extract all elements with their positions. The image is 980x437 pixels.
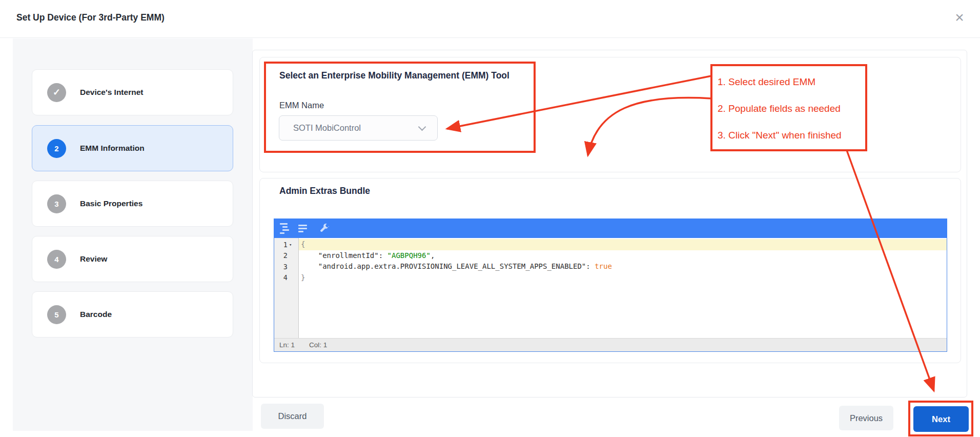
- setup-device-dialog: Set Up Device (For 3rd-Party EMM) × ✓ De…: [0, 0, 980, 437]
- code-line-4: }: [299, 272, 947, 284]
- dialog-title: Set Up Device (For 3rd-Party EMM): [16, 12, 165, 23]
- editor-status-bar: Ln: 1 Col: 1: [274, 338, 947, 351]
- editor-gutter: 1▾ 2 3 4: [274, 238, 299, 338]
- step-item-devices-internet[interactable]: ✓ Device's Internet: [32, 69, 233, 115]
- step-label: Review: [80, 254, 107, 264]
- editor-toolbar: [274, 218, 947, 238]
- step-item-barcode[interactable]: 5 Barcode: [32, 291, 233, 337]
- next-button[interactable]: Next: [913, 406, 969, 432]
- emm-name-selected-value: SOTI MobiControl: [293, 123, 419, 133]
- step-label: Device's Internet: [80, 88, 143, 97]
- emm-section-heading: Select an Enterprise Mobility Management…: [279, 70, 509, 81]
- step-label: Basic Properties: [80, 199, 142, 208]
- compact-icon[interactable]: [298, 222, 311, 234]
- dialog-header: Set Up Device (For 3rd-Party EMM) ×: [0, 0, 980, 38]
- step-number-badge: 4: [47, 250, 66, 269]
- editor-code-area[interactable]: 1▾ 2 3 4 { "enrollmentId": "AGBPQH96", "…: [274, 238, 947, 338]
- editor-frame: 1▾ 2 3 4 { "enrollmentId": "AGBPQH96", "…: [274, 238, 947, 352]
- format-icon[interactable]: [280, 222, 292, 234]
- repair-icon[interactable]: [319, 222, 331, 234]
- annotation-line-1: 1. Select desired EMM: [718, 69, 866, 95]
- step-item-emm-information[interactable]: 2 EMM Information: [32, 125, 233, 171]
- step-number-badge: 5: [47, 305, 66, 324]
- step-item-basic-properties[interactable]: 3 Basic Properties: [32, 181, 233, 227]
- code-line-1: {: [299, 239, 947, 250]
- fold-caret-icon[interactable]: ▾: [289, 242, 293, 247]
- previous-button[interactable]: Previous: [839, 406, 893, 430]
- cursor-col-indicator: Col: 1: [309, 341, 327, 349]
- step-number-badge: 3: [47, 194, 66, 213]
- code-line-2: "enrollmentId": "AGBPQH96",: [299, 250, 947, 262]
- step-sidebar: ✓ Device's Internet 2 EMM Information 3 …: [13, 38, 253, 431]
- step-label: Barcode: [80, 310, 112, 319]
- discard-button[interactable]: Discard: [261, 404, 324, 429]
- annotation-instructions: 1. Select desired EMM 2. Populate fields…: [711, 65, 866, 150]
- close-icon[interactable]: ×: [950, 8, 969, 27]
- code-line-3: "android.app.extra.PROVISIONING_LEAVE_AL…: [299, 261, 947, 272]
- step-number-badge: 2: [47, 139, 66, 158]
- admin-extras-section: Admin Extras Bundle: [259, 178, 961, 363]
- json-editor[interactable]: 1▾ 2 3 4 { "enrollmentId": "AGBPQH96", "…: [274, 218, 947, 352]
- step-label: EMM Information: [80, 144, 145, 153]
- emm-name-select[interactable]: SOTI MobiControl: [279, 115, 438, 141]
- emm-name-label: EMM Name: [279, 101, 324, 110]
- chevron-down-icon: [418, 123, 426, 131]
- cursor-line-indicator: Ln: 1: [279, 341, 295, 349]
- editor-lines: { "enrollmentId": "AGBPQH96", "android.a…: [299, 238, 947, 338]
- step-item-review[interactable]: 4 Review: [32, 236, 233, 282]
- step-done-check-icon: ✓: [47, 83, 66, 102]
- annotation-line-2: 2. Populate fields as needed: [718, 95, 866, 122]
- admin-extras-heading: Admin Extras Bundle: [279, 186, 370, 196]
- annotation-line-3: 3. Click "Next" when finished: [718, 122, 866, 149]
